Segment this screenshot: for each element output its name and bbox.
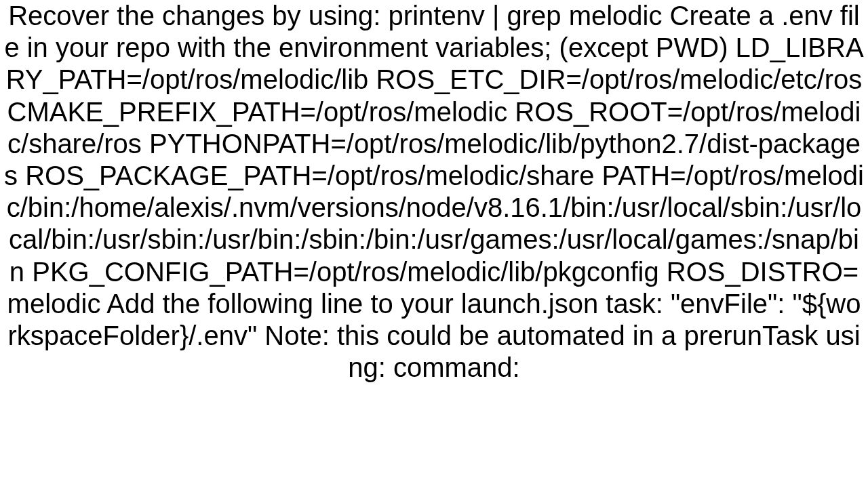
document-body: Recover the changes by using: printenv |…: [0, 0, 868, 488]
body-text: Recover the changes by using: printenv |…: [3, 0, 865, 384]
